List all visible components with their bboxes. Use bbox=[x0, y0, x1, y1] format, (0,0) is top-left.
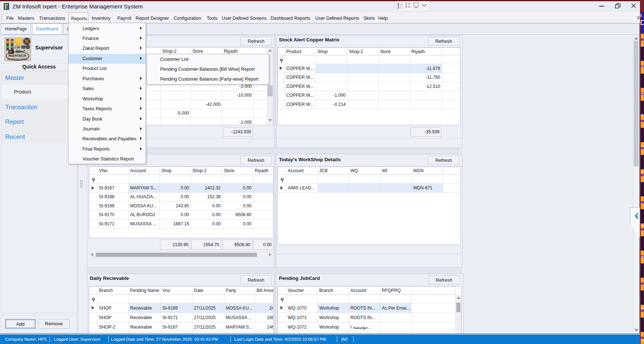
svg-text:HIGHTECH: HIGHTECH bbox=[8, 54, 26, 58]
svg-text:POWER SOLUTTION: POWER SOLUTTION bbox=[8, 58, 27, 60]
